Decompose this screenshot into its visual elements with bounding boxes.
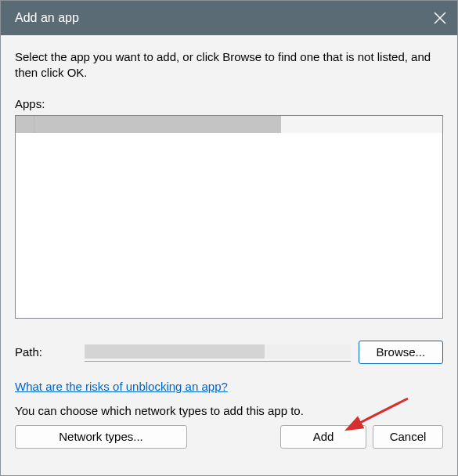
- app-cell-placeholder: [281, 116, 442, 133]
- app-icon-placeholder: [16, 116, 34, 133]
- titlebar: Add an app: [1, 1, 457, 35]
- app-name-placeholder: [34, 116, 144, 133]
- cancel-button[interactable]: Cancel: [373, 425, 443, 449]
- risks-link[interactable]: What are the risks of unblocking an app?: [15, 380, 228, 393]
- close-button[interactable]: [434, 12, 446, 24]
- path-label: Path:: [15, 345, 77, 359]
- browse-button[interactable]: Browse...: [359, 341, 443, 364]
- button-row: Network types... Add Cancel: [15, 425, 443, 460]
- dialog-body: Select the app you want to add, or click…: [1, 35, 457, 475]
- app-cell-placeholder: [144, 116, 281, 133]
- path-input[interactable]: [85, 343, 351, 362]
- instruction-text: Select the app you want to add, or click…: [15, 49, 443, 81]
- close-icon: [434, 12, 446, 24]
- window-title: Add an app: [15, 11, 79, 25]
- list-item[interactable]: [16, 116, 442, 133]
- add-button[interactable]: Add: [280, 425, 366, 449]
- apps-listbox[interactable]: [15, 115, 443, 319]
- network-types-button[interactable]: Network types...: [15, 425, 187, 449]
- dialog-window: Add an app Select the app you want to ad…: [0, 0, 458, 476]
- path-row: Path: Browse...: [15, 341, 443, 364]
- path-placeholder: [265, 344, 351, 359]
- path-placeholder: [85, 344, 265, 359]
- network-types-text: You can choose which network types to ad…: [15, 404, 443, 417]
- apps-label: Apps:: [15, 97, 443, 110]
